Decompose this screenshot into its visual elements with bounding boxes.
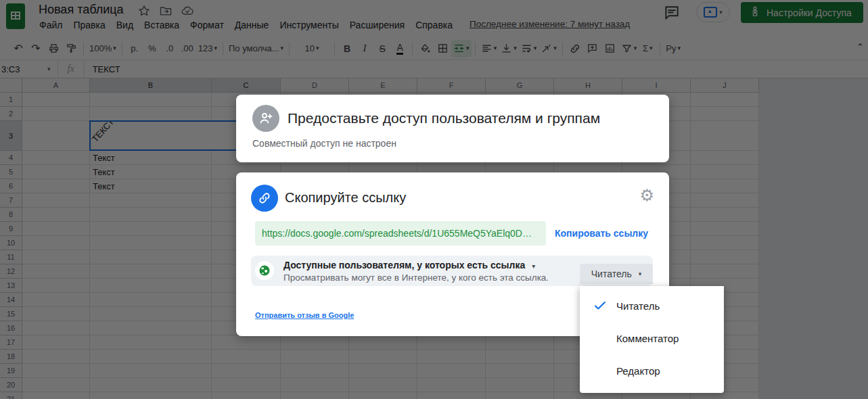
- person-add-icon: [252, 105, 279, 132]
- role-menu-item-редактор[interactable]: Редактор: [580, 354, 724, 387]
- access-scope-description: Просматривать могут все в Интернете, у к…: [283, 273, 549, 283]
- role-menu: ЧитательКомментаторРедактор: [580, 286, 724, 393]
- copy-link-title: Скопируйте ссылку: [285, 190, 406, 206]
- role-menu-item-label: Комментатор: [616, 333, 679, 344]
- role-menu-item-label: Редактор: [616, 365, 660, 377]
- caret-down-icon: ▾: [532, 262, 535, 270]
- share-dialog-subtitle: Совместный доступ не настроен: [252, 138, 396, 149]
- role-menu-item-комментатор[interactable]: Комментатор: [580, 322, 724, 354]
- gear-icon[interactable]: ⚙: [639, 187, 654, 204]
- access-scope-dropdown[interactable]: Доступные пользователям, у которых есть …: [283, 260, 535, 271]
- share-with-people-dialog: Предоставьте доступ пользователям и груп…: [236, 95, 669, 162]
- share-url-field[interactable]: https://docs.google.com/spreadsheets/d/1…: [255, 221, 546, 245]
- checkmark-icon: [593, 298, 608, 313]
- send-feedback-link[interactable]: Отправить отзыв в Google: [255, 311, 354, 319]
- google-sheets-window: Новая таблица ФайлПравкаВидВставкаФормат…: [0, 0, 868, 399]
- caret-down-icon: ▾: [639, 271, 642, 277]
- share-dialog-title: Предоставьте доступ пользователям и груп…: [288, 110, 600, 126]
- role-menu-item-читатель[interactable]: Читатель: [580, 289, 724, 322]
- share-url-text: https://docs.google.com/spreadsheets/d/1…: [262, 228, 532, 239]
- copy-link-button[interactable]: Копировать ссылку: [555, 228, 648, 239]
- link-icon: [251, 185, 278, 212]
- role-menu-item-label: Читатель: [616, 300, 660, 312]
- globe-icon: [255, 261, 274, 280]
- role-dropdown-button[interactable]: Читатель▾: [580, 264, 653, 284]
